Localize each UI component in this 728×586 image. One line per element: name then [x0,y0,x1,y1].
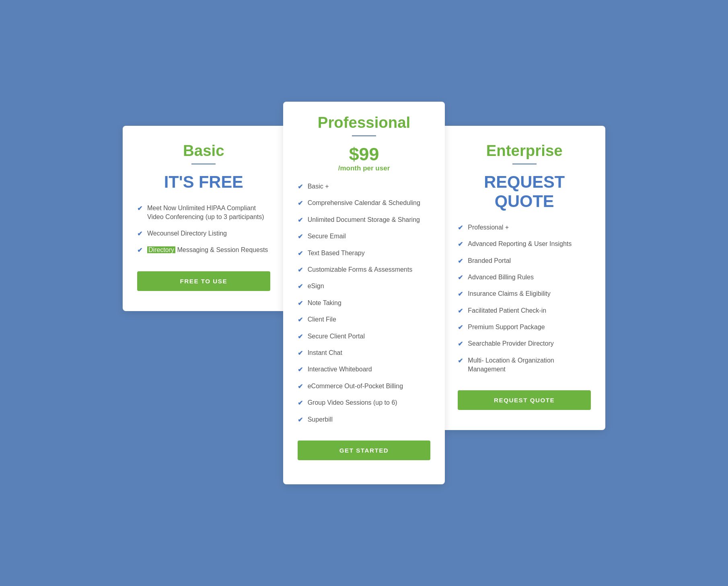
check-icon: ✔ [298,282,303,291]
feature-text: Facilitated Patient Check-in [468,306,546,315]
check-icon: ✔ [298,182,303,191]
feature-text: Multi- Location & Organization Managemen… [468,356,591,374]
basic-features-list: ✔ Meet Now Unlimited HIPAA Compliant Vid… [137,204,270,255]
feature-text: Directory Messaging & Session Requests [147,246,268,254]
check-icon: ✔ [298,266,303,275]
feature-text: Group Video Sessions (up to 6) [308,398,397,407]
feature-text: Customizable Forms & Assessments [308,265,413,274]
basic-card: Basic IT'S FREE ✔ Meet Now Unlimited HIP… [123,126,285,311]
feature-text: Text Based Therapy [308,249,365,258]
list-item: ✔Secure Client Portal [298,332,431,341]
price-amount: $99 [349,144,379,164]
list-item: ✔Client File [298,315,431,324]
check-icon: ✔ [298,365,303,374]
check-icon: ✔ [298,299,303,308]
enterprise-card-footer: REQUEST QUOTE [458,390,591,410]
check-icon: ✔ [298,416,303,424]
check-icon: ✔ [458,307,463,316]
professional-features-list: ✔Basic + ✔Comprehensive Calendar & Sched… [298,182,431,424]
check-icon: ✔ [458,357,463,365]
request-quote-button[interactable]: REQUEST QUOTE [458,390,591,410]
get-started-button[interactable]: GET STARTED [298,441,431,460]
check-icon: ✔ [137,246,142,255]
check-icon: ✔ [458,223,463,232]
feature-text: Interactive Whiteboard [308,365,372,374]
basic-card-footer: FREE TO USE [137,271,270,291]
enterprise-divider [512,164,537,164]
free-to-use-button[interactable]: FREE TO USE [137,271,270,291]
list-item: ✔Instant Chat [298,348,431,358]
check-icon: ✔ [298,316,303,324]
list-item: ✔Basic + [298,182,431,191]
enterprise-title: Enterprise [458,142,591,160]
check-icon: ✔ [298,382,303,391]
feature-text: Secure Email [308,232,346,241]
professional-card-footer: GET STARTED [298,441,431,460]
feature-text: Basic + [308,182,329,191]
check-icon: ✔ [137,229,142,238]
list-item: ✔Secure Email [298,232,431,241]
feature-text: Advanced Reporting & User Insights [468,240,572,248]
check-icon: ✔ [298,249,303,258]
feature-text: Client File [308,315,336,324]
feature-text: eSign [308,282,324,291]
check-icon: ✔ [298,216,303,225]
professional-divider [352,135,376,136]
list-item: ✔Premium Support Package [458,323,591,332]
list-item: ✔Insurance Claims & Eligibility [458,289,591,299]
feature-text: Wecounsel Directory Listing [147,229,227,238]
feature-text: Searchable Provider Directory [468,339,553,348]
request-text-line2: QUOTE [495,192,554,211]
check-icon: ✔ [458,290,463,299]
feature-text: Superbill [308,415,333,424]
list-item: ✔Superbill [298,415,431,424]
check-icon: ✔ [458,273,463,282]
highlight-text: Directory [147,246,175,253]
check-icon: ✔ [458,240,463,249]
check-icon: ✔ [137,204,142,213]
list-item: ✔Customizable Forms & Assessments [298,265,431,275]
feature-text: Meet Now Unlimited HIPAA Compliant Video… [147,204,270,222]
list-item: ✔eCommerce Out-of-Pocket Billing [298,382,431,391]
list-item: ✔ Meet Now Unlimited HIPAA Compliant Vid… [137,204,270,222]
feature-text: Premium Support Package [468,323,545,332]
list-item: ✔Interactive Whiteboard [298,365,431,374]
list-item: ✔Facilitated Patient Check-in [458,306,591,316]
feature-text: Professional + [468,223,509,232]
list-item: ✔Note Taking [298,299,431,308]
basic-divider [191,164,216,164]
list-item: ✔ Directory Messaging & Session Requests [137,246,270,255]
list-item: ✔Multi- Location & Organization Manageme… [458,356,591,374]
list-item: ✔Searchable Provider Directory [458,339,591,348]
list-item: ✔Group Video Sessions (up to 6) [298,398,431,408]
feature-text: Branded Portal [468,256,511,265]
check-icon: ✔ [298,399,303,408]
list-item: ✔Unlimited Document Storage & Sharing [298,215,431,225]
check-icon: ✔ [298,199,303,208]
feature-text: Secure Client Portal [308,332,365,341]
professional-price-section: $99 /month per user [298,144,431,172]
check-icon: ✔ [298,332,303,341]
check-icon: ✔ [298,232,303,241]
professional-card: Professional $99 /month per user ✔Basic … [283,102,445,484]
list-item: ✔Text Based Therapy [298,249,431,258]
list-item: ✔Comprehensive Calendar & Scheduling [298,199,431,208]
price-per-user: /month per user [298,165,431,172]
basic-title: Basic [137,142,270,160]
enterprise-price-text: REQUEST QUOTE [458,172,591,211]
professional-price-display: $99 /month per user [298,144,431,172]
feature-text: Instant Chat [308,348,342,357]
feature-text: Comprehensive Calendar & Scheduling [308,199,420,207]
feature-text: Unlimited Document Storage & Sharing [308,215,420,224]
check-icon: ✔ [458,323,463,332]
pricing-container: Basic IT'S FREE ✔ Meet Now Unlimited HIP… [123,102,605,484]
enterprise-features-list: ✔Professional + ✔Advanced Reporting & Us… [458,223,591,374]
check-icon: ✔ [458,340,463,348]
list-item: ✔ Wecounsel Directory Listing [137,229,270,238]
basic-price-text: IT'S FREE [137,172,270,192]
request-text-line1: REQUEST [484,172,565,191]
list-item: ✔Advanced Billing Rules [458,273,591,282]
feature-text: Advanced Billing Rules [468,273,534,282]
enterprise-card: Enterprise REQUEST QUOTE ✔Professional +… [443,126,605,430]
list-item: ✔Advanced Reporting & User Insights [458,240,591,249]
